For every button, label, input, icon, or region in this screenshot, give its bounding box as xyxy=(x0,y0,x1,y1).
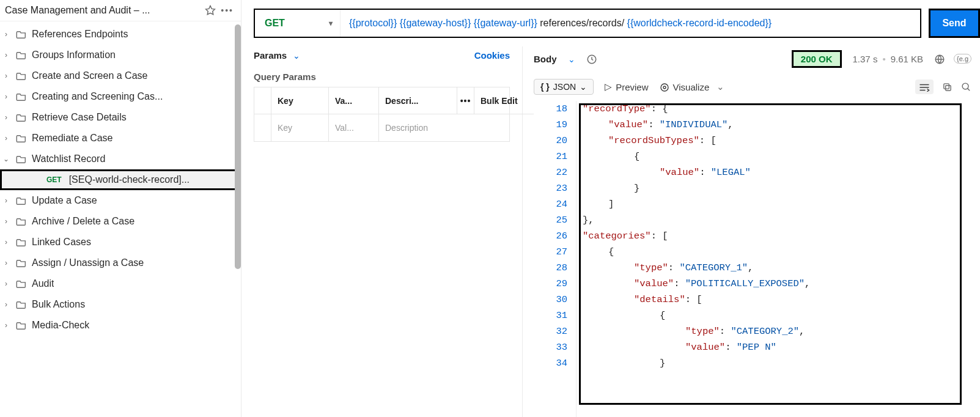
sidebar-folder[interactable]: ›Retrieve Case Details xyxy=(0,107,241,128)
query-params-title: Query Params xyxy=(254,72,510,82)
line-number: 22 xyxy=(534,164,567,180)
scrollbar-thumb[interactable] xyxy=(235,24,241,269)
sidebar-item-label: Create and Screen a Case xyxy=(32,70,147,81)
chevron-right-icon[interactable]: › xyxy=(1,217,11,226)
chevron-down-icon: ⌄ xyxy=(580,82,587,92)
code-line: { xyxy=(583,308,980,323)
sidebar-folder[interactable]: ›Create and Screen a Case xyxy=(0,65,241,86)
folder-icon xyxy=(16,217,27,226)
table-row[interactable]: Key Val... Description xyxy=(254,114,509,141)
chevron-down-icon[interactable]: ⌄ xyxy=(293,51,300,61)
sidebar-folder[interactable]: ›References Endpoints xyxy=(0,24,241,45)
panels: Params ⌄ Cookies Query Params Key Va... … xyxy=(241,46,980,417)
chevron-right-icon[interactable]: › xyxy=(1,113,11,122)
code-line: "recordSubTypes": [ xyxy=(583,133,980,149)
sidebar-folder[interactable]: ›Media-Check xyxy=(0,315,241,336)
wrap-lines-icon[interactable] xyxy=(915,79,934,94)
star-icon[interactable] xyxy=(205,5,216,16)
chevron-right-icon[interactable]: › xyxy=(1,30,11,39)
sidebar-folder[interactable]: ⌄Watchlist Record xyxy=(0,149,241,169)
format-select[interactable]: { } JSON ⌄ xyxy=(534,79,594,95)
chevron-right-icon[interactable]: › xyxy=(1,92,11,101)
request-url-bar: GET ▾ {{protocol}} {{gateway-host}} {{ga… xyxy=(254,9,921,38)
response-toolbar: { } JSON ⌄ ▷ Preview Visualize ⌄ xyxy=(534,76,980,101)
tab-body[interactable]: Body xyxy=(534,54,557,64)
response-panel: Body ⌄ 200 OK 1.37 s • 9.61 KB {e.g xyxy=(523,46,980,417)
chevron-right-icon[interactable]: › xyxy=(1,259,11,267)
method-select[interactable]: GET ▾ xyxy=(255,10,341,37)
key-header: Key xyxy=(271,87,329,114)
line-number: 25 xyxy=(534,212,567,228)
sidebar-item-label: Remediate a Case xyxy=(32,133,113,144)
cookies-link[interactable]: Cookies xyxy=(474,50,510,61)
line-number: 18 xyxy=(534,101,567,117)
sidebar-item-label: Audit xyxy=(32,278,54,289)
checkbox-cell[interactable] xyxy=(254,114,271,141)
sidebar-folder[interactable]: ›Linked Cases xyxy=(0,232,241,253)
line-number: 31 xyxy=(534,308,567,323)
code-line: "recordType": { xyxy=(583,101,980,117)
chevron-right-icon[interactable]: › xyxy=(1,300,11,309)
code-line: "type": "CATEGORY_2", xyxy=(583,323,980,339)
svg-point-10 xyxy=(962,83,968,89)
chevron-right-icon[interactable]: › xyxy=(1,196,11,205)
folder-icon xyxy=(16,92,27,101)
svg-marker-0 xyxy=(206,6,215,15)
visualize-icon xyxy=(660,81,669,92)
tab-params[interactable]: Params xyxy=(254,50,287,61)
code-line: } xyxy=(583,180,980,196)
url-variable: {{gateway-host}} xyxy=(400,18,471,28)
history-icon[interactable] xyxy=(586,53,597,64)
line-number: 24 xyxy=(534,196,567,212)
description-input[interactable]: Description xyxy=(379,114,536,141)
chevron-right-icon[interactable]: › xyxy=(1,238,11,246)
save-response-icon[interactable]: {e.g xyxy=(954,54,971,64)
svg-rect-8 xyxy=(946,86,951,91)
sidebar-request[interactable]: GET[SEQ-world-check-record]... xyxy=(0,169,241,190)
sidebar-folder[interactable]: ›Update a Case xyxy=(0,190,241,211)
url-input[interactable]: {{protocol}} {{gateway-host}} {{gateway-… xyxy=(341,18,920,29)
chevron-down-icon: ⌄ xyxy=(717,81,724,92)
send-button[interactable]: Send xyxy=(929,9,980,38)
code-line: "value": "POLITICALLY_EXPOSED", xyxy=(583,276,980,292)
json-braces-icon: { } xyxy=(540,82,550,92)
sidebar-folder[interactable]: ›Bulk Actions xyxy=(0,294,241,315)
response-meta: 1.37 s • 9.61 KB xyxy=(853,54,924,64)
more-icon[interactable]: ••• xyxy=(221,6,234,15)
url-variable: {{protocol}} xyxy=(349,18,397,28)
sidebar-item-label: Media-Check xyxy=(32,320,89,331)
preview-button[interactable]: ▷ Preview xyxy=(605,81,648,92)
chevron-down-icon[interactable]: ⌄ xyxy=(568,54,575,64)
chevron-right-icon[interactable]: › xyxy=(1,134,11,142)
main-panel: GET ▾ {{protocol}} {{gateway-host}} {{ga… xyxy=(241,0,980,417)
url-variable: {{worldcheck-record-id-encoded}} xyxy=(627,18,772,28)
copy-icon[interactable] xyxy=(942,81,952,92)
sidebar-folder[interactable]: ›Remediate a Case xyxy=(0,128,241,149)
value-input[interactable]: Val... xyxy=(329,114,379,141)
sidebar-folder[interactable]: ›Audit xyxy=(0,273,241,294)
line-number: 30 xyxy=(534,292,567,308)
table-header-row: Key Va... Descri... ••• Bulk Edit xyxy=(254,87,509,114)
folder-icon xyxy=(16,51,27,59)
sidebar-folder[interactable]: ›Creating and Screening Cas... xyxy=(0,86,241,107)
chevron-down-icon[interactable]: ⌄ xyxy=(1,155,11,163)
value-header: Va... xyxy=(329,87,379,114)
sidebar-folder[interactable]: ›Assign / Unassign a Case xyxy=(0,253,241,273)
checkbox-header xyxy=(254,87,271,114)
sidebar-folder[interactable]: ›Groups Information xyxy=(0,45,241,65)
sidebar-folder[interactable]: ›Archive / Delete a Case xyxy=(0,211,241,232)
folder-icon xyxy=(16,196,27,205)
chevron-right-icon[interactable]: › xyxy=(1,51,11,59)
search-icon[interactable] xyxy=(961,81,971,92)
url-variable: {{gateway-url}} xyxy=(474,18,537,28)
more-columns-icon[interactable]: ••• xyxy=(457,87,474,114)
chevron-right-icon[interactable]: › xyxy=(1,321,11,330)
chevron-right-icon[interactable]: › xyxy=(1,72,11,80)
network-icon[interactable] xyxy=(934,53,945,64)
response-body[interactable]: 1819202122232425262728293031323334 "reco… xyxy=(534,101,980,417)
line-number: 28 xyxy=(534,260,567,276)
sidebar-item-label: Groups Information xyxy=(32,50,116,61)
visualize-button[interactable]: Visualize ⌄ xyxy=(660,81,725,92)
key-input[interactable]: Key xyxy=(271,114,329,141)
chevron-right-icon[interactable]: › xyxy=(1,279,11,288)
